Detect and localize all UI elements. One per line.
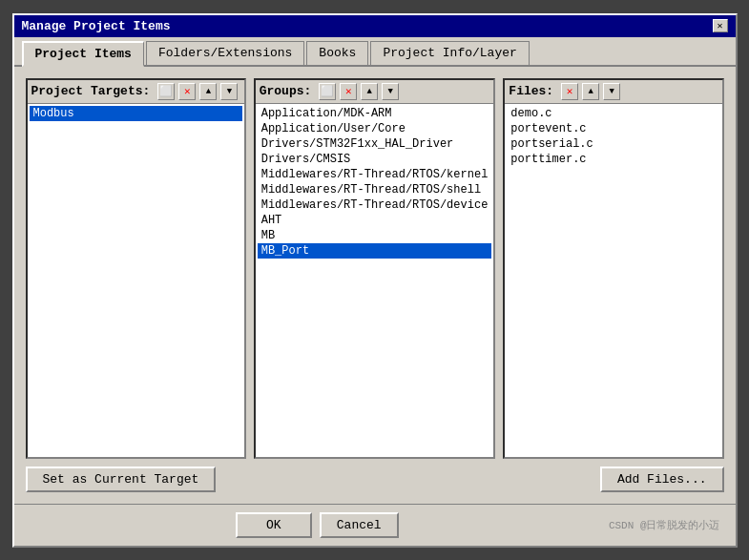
list-item[interactable]: portserial.c <box>507 136 719 152</box>
list-item[interactable]: MB_Port <box>258 243 492 259</box>
groups-up-button[interactable] <box>361 83 378 100</box>
tabs-bar: Project Items Folders/Extensions Books P… <box>14 37 736 67</box>
list-item[interactable]: MB <box>258 228 492 243</box>
tab-project-info-layer[interactable]: Project Info/Layer <box>370 41 529 65</box>
delete-icon <box>345 85 352 97</box>
action-row: Set as Current Target Add Files... <box>26 467 724 492</box>
set-current-target-button[interactable]: Set as Current Target <box>26 467 217 492</box>
groups-new-button[interactable] <box>319 83 336 100</box>
list-item[interactable]: AHT <box>258 213 492 228</box>
files-delete-button[interactable] <box>561 83 578 100</box>
files-down-button[interactable] <box>603 83 620 100</box>
groups-panel: Groups: Application/MDK <box>254 78 496 459</box>
files-list[interactable]: demo.cportevent.cportserial.cporttimer.c <box>505 104 721 457</box>
list-item[interactable]: porttimer.c <box>507 152 719 167</box>
down-icon <box>388 86 393 96</box>
watermark-text: CSDN @日常脱发的小迈 <box>609 518 724 532</box>
down-icon <box>227 86 232 96</box>
list-item[interactable]: demo.c <box>507 106 719 121</box>
close-button[interactable]: ✕ <box>713 19 728 32</box>
groups-list[interactable]: Application/MDK-ARMApplication/User/Core… <box>256 104 494 457</box>
list-item[interactable]: Drivers/STM32F1xx_HAL_Driver <box>258 136 492 152</box>
list-item[interactable]: Drivers/CMSIS <box>258 152 492 167</box>
down-icon <box>609 86 614 96</box>
tab-project-items[interactable]: Project Items <box>22 41 144 67</box>
list-item[interactable]: Middlewares/RT-Thread/RTOS/shell <box>258 182 492 197</box>
bottom-bar: OK Cancel CSDN @日常脱发的小迈 <box>14 504 736 546</box>
dialog-title: Manage Project Items <box>22 19 171 33</box>
delete-icon <box>567 85 573 97</box>
list-item[interactable]: Modbus <box>30 106 242 121</box>
targets-new-button[interactable] <box>157 83 175 100</box>
targets-list[interactable]: Modbus <box>28 104 244 457</box>
add-files-button[interactable]: Add Files... <box>600 467 724 492</box>
cancel-button[interactable]: Cancel <box>320 512 399 538</box>
targets-delete-button[interactable] <box>178 83 196 100</box>
groups-label: Groups: <box>260 84 312 98</box>
delete-icon <box>184 85 191 97</box>
new-icon <box>159 85 173 97</box>
new-icon <box>321 85 334 97</box>
list-item[interactable]: Middlewares/RT-Thread/RTOS/device <box>258 197 492 213</box>
title-bar: Manage Project Items ✕ <box>14 15 736 37</box>
tab-books[interactable]: Books <box>306 41 368 65</box>
ok-button[interactable]: OK <box>236 512 312 538</box>
title-bar-buttons: ✕ <box>713 19 728 32</box>
files-panel: Files: demo.cportevent.cportserial.cport… <box>503 78 723 459</box>
targets-down-button[interactable] <box>220 83 238 100</box>
up-icon <box>367 86 372 96</box>
targets-label: Project Targets: <box>31 84 151 98</box>
targets-panel-header: Project Targets: <box>28 80 244 104</box>
files-label: Files: <box>509 84 553 98</box>
list-item[interactable]: Middlewares/RT-Thread/RTOS/kernel <box>258 167 492 182</box>
files-up-button[interactable] <box>582 83 599 100</box>
targets-up-button[interactable] <box>199 83 217 100</box>
dialog-body: Project Targets: Modbus <box>14 67 736 504</box>
bottom-buttons: OK Cancel <box>26 512 609 538</box>
groups-down-button[interactable] <box>382 83 399 100</box>
list-item[interactable]: portevent.c <box>507 121 719 136</box>
tab-folders-extensions[interactable]: Folders/Extensions <box>146 41 304 65</box>
list-item[interactable]: Application/User/Core <box>258 121 492 136</box>
targets-panel: Project Targets: Modbus <box>26 78 246 459</box>
list-item[interactable]: Application/MDK-ARM <box>258 106 492 121</box>
groups-panel-header: Groups: <box>256 80 494 104</box>
up-icon <box>588 86 593 96</box>
manage-project-items-dialog: Manage Project Items ✕ Project Items Fol… <box>12 13 738 548</box>
panels-row: Project Targets: Modbus <box>26 78 724 459</box>
files-panel-header: Files: <box>505 80 721 104</box>
groups-delete-button[interactable] <box>340 83 357 100</box>
up-icon <box>206 86 211 96</box>
